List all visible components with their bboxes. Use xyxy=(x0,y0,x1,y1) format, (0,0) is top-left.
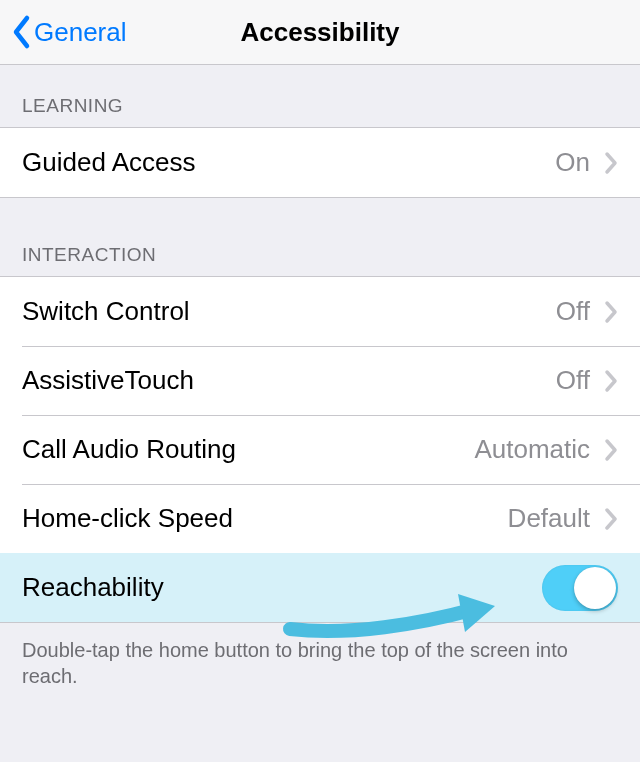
row-label: Home-click Speed xyxy=(22,503,508,534)
section-header-learning: LEARNING xyxy=(0,65,640,127)
row-label: Call Audio Routing xyxy=(22,434,474,465)
toggle-knob xyxy=(574,567,616,609)
row-label: Reachability xyxy=(22,572,542,603)
back-chevron-icon xyxy=(10,14,32,50)
section-header-interaction: INTERACTION xyxy=(0,198,640,276)
row-label: Guided Access xyxy=(22,147,555,178)
nav-bar: General Accessibility xyxy=(0,0,640,65)
row-value: Automatic xyxy=(474,434,590,465)
row-assistivetouch[interactable]: AssistiveTouch Off xyxy=(0,346,640,415)
chevron-right-icon xyxy=(604,300,618,324)
row-value: Off xyxy=(556,296,590,327)
row-label: AssistiveTouch xyxy=(22,365,556,396)
chevron-right-icon xyxy=(604,151,618,175)
back-button[interactable]: General xyxy=(0,14,127,50)
row-home-click-speed[interactable]: Home-click Speed Default xyxy=(0,484,640,553)
chevron-right-icon xyxy=(604,438,618,462)
row-value: On xyxy=(555,147,590,178)
chevron-right-icon xyxy=(604,507,618,531)
row-call-audio-routing[interactable]: Call Audio Routing Automatic xyxy=(0,415,640,484)
section-footer-interaction: Double-tap the home button to bring the … xyxy=(0,623,640,703)
back-label: General xyxy=(34,17,127,48)
row-switch-control[interactable]: Switch Control Off xyxy=(0,277,640,346)
row-guided-access[interactable]: Guided Access On xyxy=(0,128,640,197)
row-value: Off xyxy=(556,365,590,396)
reachability-toggle[interactable] xyxy=(542,565,618,611)
row-value: Default xyxy=(508,503,590,534)
section-interaction: Switch Control Off AssistiveTouch Off Ca… xyxy=(0,276,640,623)
row-label: Switch Control xyxy=(22,296,556,327)
section-learning: Guided Access On xyxy=(0,127,640,198)
chevron-right-icon xyxy=(604,369,618,393)
row-reachability[interactable]: Reachability xyxy=(0,553,640,622)
